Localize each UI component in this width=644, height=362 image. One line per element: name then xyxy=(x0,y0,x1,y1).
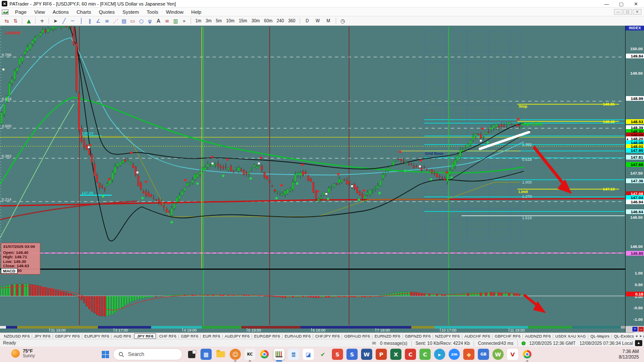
timeframe-5m-button[interactable]: 5m xyxy=(214,18,224,24)
menu-quotes[interactable]: Quotes xyxy=(95,9,118,15)
menu-system[interactable]: System xyxy=(118,9,143,15)
weather-widget[interactable]: 75°F Sunny xyxy=(11,348,35,358)
alert-icon[interactable]: ▲ xyxy=(635,340,642,346)
tab-audchf-rf6[interactable]: AUDCHF RF6 xyxy=(463,334,491,338)
time-axis[interactable]: 31 19:003 17:004 19:005 19:006 19:007 19… xyxy=(0,326,625,332)
photos-app-icon[interactable]: ◪ xyxy=(303,349,314,360)
tab-gbpjpy-rf6[interactable]: GBPJPY RF6 xyxy=(54,334,81,338)
notes-app-icon[interactable]: ≣ xyxy=(288,349,299,360)
mdi-close-button[interactable]: ✕ xyxy=(633,9,641,15)
tab-gbp-rf6[interactable]: GBP RF6 xyxy=(179,334,199,338)
menu-help[interactable]: Help xyxy=(187,9,205,15)
timeframe-60m-button[interactable]: 60m xyxy=(262,18,274,24)
task-view-icon[interactable] xyxy=(186,349,197,360)
close-button[interactable]: ✕ xyxy=(629,0,642,8)
period-d-button[interactable]: D xyxy=(302,18,312,24)
patrader-app-icon[interactable] xyxy=(273,349,285,360)
timeframe-1m-button[interactable]: 1m xyxy=(193,18,204,24)
tab-nzdjpy-rf6[interactable]: NZDJPY RF6 xyxy=(434,334,461,338)
price-chart[interactable]: Locked0.7860.6180.5000.3820.2141.3820.61… xyxy=(0,26,625,326)
tab-scroll-right-icon[interactable]: ▸ xyxy=(638,334,643,338)
fib-fan-icon[interactable]: ⋰ xyxy=(112,17,119,25)
price-scale[interactable]: INDEX + → 150.00149.50147.50146.50146.00… xyxy=(625,26,644,332)
timeframe-360-button[interactable]: 360 xyxy=(286,18,298,24)
gb-app-icon[interactable]: GB xyxy=(478,349,489,360)
blue-s-app-icon[interactable]: S xyxy=(346,349,358,360)
zoom-app-icon[interactable]: zm xyxy=(449,349,460,360)
timeframe-240-button[interactable]: 240 xyxy=(275,18,286,24)
tab-audnzd-rf6[interactable]: AUDNZD RF6 xyxy=(524,334,552,338)
pointer-icon[interactable]: ➤ xyxy=(52,17,59,25)
fibonacci-icon[interactable]: ≡ xyxy=(103,17,111,25)
horizontal-line-icon[interactable]: ─ xyxy=(69,17,76,25)
symbol-prev-icon[interactable]: ⇆ xyxy=(3,17,11,25)
tab-scroll-left-icon[interactable]: ◂ xyxy=(634,334,639,338)
tab-eur-rf6[interactable]: EUR RF6 xyxy=(201,334,222,338)
tab-chfjpy-rf6[interactable]: CHFJPY RF6 xyxy=(314,334,341,338)
tab-ql-majors[interactable]: QL-Majors xyxy=(589,334,611,338)
timeframe-10m-button[interactable]: 10m xyxy=(224,18,237,24)
menu-window[interactable]: Window xyxy=(162,9,187,15)
pitchfork-icon[interactable]: ψ xyxy=(146,17,154,25)
period-w-button[interactable]: W xyxy=(312,18,323,24)
zoom-in-icon[interactable]: + xyxy=(632,327,638,332)
orange-app-icon[interactable]: ◆ xyxy=(463,349,474,360)
tab-euraud-rf6[interactable]: EURAUD RF6 xyxy=(283,334,312,338)
menu-page[interactable]: Page xyxy=(11,9,30,15)
camtasia-app-icon[interactable]: C xyxy=(405,349,416,360)
people-app-icon[interactable]: ☺ xyxy=(230,349,241,360)
mdi-restore-button[interactable]: ▢ xyxy=(623,9,632,15)
tab-nzdusd-rf6[interactable]: NZDUSD RF6 xyxy=(3,334,31,338)
timeframe-30m-button[interactable]: 30m xyxy=(249,18,262,24)
mdi-minimize-button[interactable]: — xyxy=(614,9,623,15)
vertical-line-icon[interactable]: │ xyxy=(77,17,85,25)
angle-icon[interactable]: ∠ xyxy=(94,17,102,25)
crosshair-icon[interactable]: + xyxy=(38,17,46,25)
search-input[interactable]: Search xyxy=(113,348,182,360)
telegram-icon[interactable]: ▸ xyxy=(434,349,445,360)
overflow-chevron[interactable]: » xyxy=(180,17,188,25)
menu-actions[interactable]: Actions xyxy=(49,9,73,15)
text-tool-icon[interactable]: A xyxy=(155,17,162,25)
symbol-next-icon[interactable]: ⇅ xyxy=(12,17,19,25)
tab-audjpy-rf6[interactable]: AUDJPY RF6 xyxy=(223,334,251,338)
trendline-icon[interactable]: ╱ xyxy=(60,17,68,25)
tab-gbpnzd-rf6[interactable]: GBPNZD RF6 xyxy=(404,334,432,338)
tab-jpy-rf6[interactable]: JPY RF6 xyxy=(33,334,52,338)
tab-gbpaud-rf6[interactable]: GBPAUD RF6 xyxy=(343,334,371,338)
tab-eurgbp-rf6[interactable]: EURGBP RF6 xyxy=(253,334,282,338)
period-m-button[interactable]: M xyxy=(323,18,334,24)
w-circle-app-icon[interactable]: W xyxy=(492,349,504,360)
kc-app-icon[interactable]: KC xyxy=(244,349,255,360)
scroll-right-icon[interactable]: → xyxy=(638,327,644,332)
chrome-icon[interactable] xyxy=(259,349,270,360)
tab-usdx-xau-xag[interactable]: USDX XAU XAG xyxy=(554,334,587,338)
excel-icon[interactable]: X xyxy=(390,349,401,360)
session-clock-icon[interactable]: ◷ xyxy=(339,17,346,25)
word-icon[interactable]: W xyxy=(361,349,372,360)
chrome-2-icon[interactable] xyxy=(522,349,533,360)
shield-app-icon[interactable]: V xyxy=(507,349,518,360)
red-s-app-icon[interactable]: S xyxy=(332,349,343,360)
chart-style-icon[interactable]: ▲ xyxy=(25,17,33,25)
channel-icon[interactable]: ∥ xyxy=(86,17,94,25)
check-app-icon[interactable]: ✔ xyxy=(317,349,328,360)
tab-ql-exotics[interactable]: QL-Exotics xyxy=(613,334,635,338)
timeframe-15m-button[interactable]: 15m xyxy=(237,18,249,24)
tab-aud-rf6[interactable]: AUD RF6 xyxy=(112,334,133,338)
tab-eurnzd-rf6[interactable]: EURNZD RF6 xyxy=(373,334,401,338)
tab-jpy-rf6-active[interactable]: JPY RF6 xyxy=(134,333,156,339)
minimize-button[interactable]: — xyxy=(600,0,613,8)
menu-view[interactable]: View xyxy=(30,9,49,15)
file-explorer-icon[interactable] xyxy=(215,349,226,360)
gann-grid-icon[interactable]: ▤ xyxy=(120,17,128,25)
taskbar-clock[interactable]: 7:36 AM 8/12/2025 xyxy=(619,349,639,360)
levels-icon[interactable]: ≡ xyxy=(163,17,171,25)
tab-chf-rf6[interactable]: CHF RF6 xyxy=(158,334,178,338)
rectangle-icon[interactable]: ▭ xyxy=(129,17,137,25)
menu-charts[interactable]: Charts xyxy=(73,9,95,15)
index-scale-button[interactable]: INDEX xyxy=(626,26,644,30)
restore-button[interactable]: ▢ xyxy=(615,0,628,8)
tab-gbpchf-rf6[interactable]: GBPCHF RF6 xyxy=(493,334,522,338)
ellipse-icon[interactable]: ○ xyxy=(137,17,145,25)
